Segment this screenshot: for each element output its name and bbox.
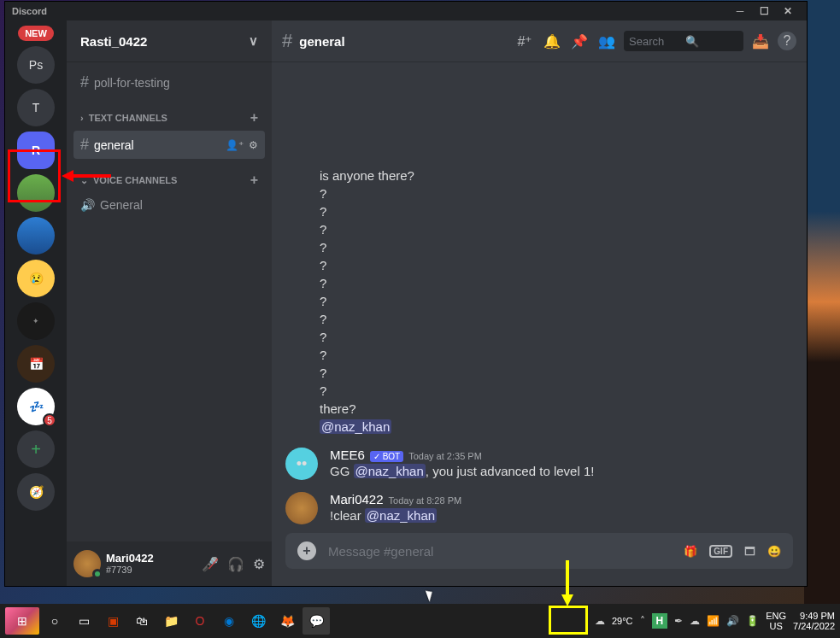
task-view-button[interactable]: ▭ [70,607,97,635]
settings-icon[interactable]: ⚙ [253,556,265,572]
user-name[interactable]: Mari0422 [106,553,154,565]
help-icon[interactable]: ? [778,32,796,50]
explore-servers-button[interactable]: 🧭 [17,473,55,511]
search-button[interactable]: ○ [41,607,68,635]
titlebar[interactable]: Discord ─ ☐ ✕ [5,2,807,20]
deafen-icon[interactable]: 🎧 [227,556,244,572]
server-img2[interactable] [17,217,55,255]
gif-icon[interactable]: GIF [709,545,732,558]
attach-icon[interactable]: + [297,541,316,560]
message-list[interactable]: is anyone there? ? ? ? ? ? ? ? ? ? ? ? ?… [272,61,807,533]
message-line: ? [320,274,793,292]
minimize-button[interactable]: ─ [728,5,752,17]
message-line: ? [320,328,793,346]
message-line: ? [320,256,793,274]
clock[interactable]: 9:49 PM 7/24/2022 [793,611,835,631]
server-r-selected[interactable]: R [17,132,55,169]
weather-icon[interactable]: ☁ [595,615,605,627]
server-pink[interactable]: 💤5 [17,388,55,425]
channel-poll[interactable]: # poll-for-testing [73,68,265,97]
message-text: GG @naz_khan, you just advanced to level… [330,462,793,480]
channel-label: general [94,138,134,152]
gift-icon[interactable]: 🎁 [684,545,697,558]
message-line: ? [320,292,793,310]
server-ps[interactable]: Ps [17,46,55,84]
store-icon[interactable]: 🛍 [128,607,156,635]
server-dark2[interactable]: 📅 [17,345,55,383]
chat-area: # general #⁺ 🔔 📌 👥 Search 🔍 📥 ? is anyon… [272,20,807,586]
mute-icon[interactable]: 🎤̸ [202,556,219,572]
new-badge[interactable]: NEW [18,26,54,41]
channel-general[interactable]: # general 👤⁺ ⚙ [73,131,265,159]
message-composer[interactable]: + Message #general 🎁 GIF 🗔 😀 [285,533,793,569]
message-line: there? [320,400,793,418]
members-icon[interactable]: 👥 [596,33,617,50]
start-button[interactable]: ⊞ [5,607,39,635]
avatar[interactable] [73,550,101,577]
gear-icon[interactable]: ⚙ [249,139,258,151]
close-button[interactable]: ✕ [776,5,800,17]
category-text-channels[interactable]: › TEXT CHANNELS + [73,105,265,131]
threads-icon[interactable]: #⁺ [514,33,535,50]
message-group: •• MEE6 ✓ BOT Today at 2:35 PM GG @naz_k… [285,448,793,480]
edge-icon[interactable]: ◉ [215,607,243,635]
hash-icon: # [80,136,89,154]
chevron-down-icon: ⌄ [80,175,88,186]
temperature[interactable]: 29°C [612,616,633,626]
invite-icon[interactable]: 👤⁺ [226,139,244,151]
message-line: ? [320,238,793,256]
category-voice-channels[interactable]: ⌄ VOICE CHANNELS + [73,167,265,193]
chevron-right-icon: › [80,113,84,123]
emoji-icon[interactable]: 😀 [767,545,781,558]
volume-icon[interactable]: 🔊 [726,615,739,627]
discord-taskbar-icon[interactable]: 💬 [303,607,330,635]
server-emoji-cry[interactable]: 😢 [17,260,55,297]
status-online-icon [92,569,103,579]
notifications-icon[interactable]: 🔔 [542,33,562,50]
explorer-icon[interactable]: 📁 [157,607,185,635]
battery-icon[interactable]: 🔋 [746,615,759,627]
sticker-icon[interactable]: 🗔 [744,545,755,558]
office-icon[interactable]: ▣ [99,607,126,635]
message-line: ? [320,346,793,364]
channel-label: poll-for-testing [94,76,170,90]
mention[interactable]: @naz_khan [354,464,426,478]
add-voice-channel-icon[interactable]: + [250,173,258,188]
avatar-mari[interactable] [285,492,318,524]
voice-channel-general[interactable]: 🔊 General [73,193,265,217]
chrome-icon[interactable]: 🌐 [244,607,272,635]
tray-h-icon[interactable]: H [652,613,668,629]
pinned-icon[interactable]: 📌 [569,33,590,50]
hash-icon: # [282,30,292,52]
add-server-button[interactable]: + [17,430,55,468]
opera-icon[interactable]: O [186,607,214,635]
message-line: ? [320,220,793,238]
wifi-icon[interactable]: 📶 [707,615,720,627]
message-line: @naz_khan [320,418,793,436]
message-line: ? [320,310,793,328]
firefox-icon[interactable]: 🦊 [273,607,301,635]
taskbar[interactable]: ⊞ ○ ▭ ▣ 🛍 📁 O ◉ 🌐 🦊 💬 ☁ 29°C ˄ H ✒ ☁ 📶 🔊… [0,604,840,638]
feather-icon[interactable]: ✒ [674,615,683,627]
server-img1[interactable] [17,174,55,212]
avatar-mee6[interactable]: •• [285,448,318,480]
maximize-button[interactable]: ☐ [752,5,776,17]
message-text: !clear @naz_khan [330,506,793,524]
channel-sidebar: Rasti_0422 ∨ # poll-for-testing › TEXT C… [67,20,272,586]
tray-chevron[interactable]: ˄ [640,615,645,627]
server-name-header[interactable]: Rasti_0422 ∨ [67,20,272,61]
mention[interactable]: @naz_khan [365,508,437,523]
timestamp: Today at 8:28 PM [389,495,462,506]
author-name[interactable]: MEE6 [330,448,365,462]
onedrive-icon[interactable]: ☁ [690,615,700,627]
mention[interactable]: @naz_khan [320,419,391,434]
inbox-icon[interactable]: 📥 [750,33,771,50]
user-panel: Mari0422 #7739 🎤̸ 🎧 ⚙ [67,541,272,586]
author-name[interactable]: Mari0422 [330,492,384,506]
date: 7/24/2022 [793,621,835,631]
add-channel-icon[interactable]: + [250,110,258,126]
server-t[interactable]: T [17,89,55,126]
server-dark1[interactable]: ✦ [17,302,55,340]
search-input[interactable]: Search 🔍 [624,31,743,51]
lang-eng[interactable]: ENG [766,611,786,621]
